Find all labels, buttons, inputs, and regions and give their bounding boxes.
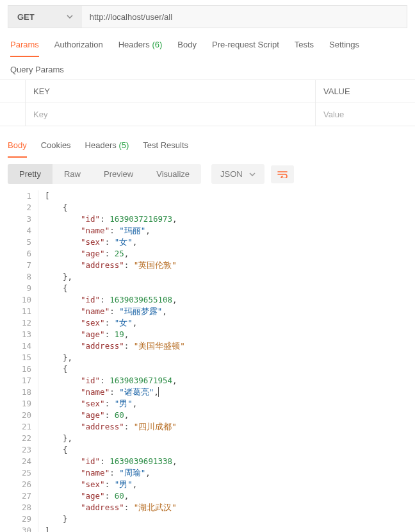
request-bar: GET http://localhost/user/all: [8, 5, 407, 28]
view-modes: Pretty Raw Preview Visualize: [8, 164, 201, 184]
response-tabs: Body Cookies Headers (5) Test Results: [0, 126, 415, 158]
query-params-heading: Query Params: [0, 57, 415, 79]
wrap-lines-button[interactable]: [271, 165, 294, 183]
chevron-down-icon: [249, 172, 256, 176]
method-select[interactable]: GET: [8, 6, 82, 28]
tab-params[interactable]: Params: [10, 40, 39, 57]
params-table: KEY VALUE Key Value: [0, 79, 415, 126]
view-pretty[interactable]: Pretty: [8, 164, 53, 184]
url-text: http://localhost/user/all: [90, 12, 172, 22]
view-visualize[interactable]: Visualize: [145, 164, 201, 184]
format-select[interactable]: JSON: [211, 164, 264, 184]
params-row-check[interactable]: [0, 103, 26, 126]
response-body[interactable]: 1234567891011121314151617181920212223242…: [8, 190, 407, 532]
tab-auth[interactable]: Authorization: [54, 40, 103, 57]
params-select-all[interactable]: [0, 80, 26, 103]
tab-settings[interactable]: Settings: [329, 40, 359, 57]
line-numbers: 1234567891011121314151617181920212223242…: [8, 190, 38, 532]
resp-tab-body[interactable]: Body: [8, 140, 27, 158]
tab-tests[interactable]: Tests: [295, 40, 314, 57]
param-key-input[interactable]: Key: [26, 103, 316, 126]
resp-tab-cookies[interactable]: Cookies: [41, 140, 71, 158]
request-tabs: Params Authorization Headers (6) Body Pr…: [0, 28, 415, 57]
params-header-row: KEY VALUE: [0, 80, 415, 103]
tab-prerequest[interactable]: Pre-request Script: [212, 40, 279, 57]
column-value: VALUE: [316, 80, 415, 103]
chevron-down-icon: [67, 15, 73, 19]
tab-body[interactable]: Body: [177, 40, 197, 57]
tab-headers[interactable]: Headers (6): [118, 40, 163, 57]
json-source[interactable]: [{"id": 1639037216973,"name": "玛丽","sex"…: [38, 190, 185, 532]
resp-tab-headers[interactable]: Headers (5): [85, 140, 129, 158]
format-label: JSON: [220, 169, 243, 179]
wrap-icon: [277, 170, 288, 178]
url-input[interactable]: http://localhost/user/all: [82, 6, 407, 28]
view-controls: Pretty Raw Preview Visualize JSON: [0, 158, 415, 184]
resp-tab-tests[interactable]: Test Results: [143, 140, 188, 158]
view-raw[interactable]: Raw: [53, 164, 92, 184]
method-label: GET: [17, 12, 35, 22]
view-preview[interactable]: Preview: [92, 164, 145, 184]
column-key: KEY: [26, 80, 316, 103]
params-empty-row: Key Value: [0, 103, 415, 126]
param-value-input[interactable]: Value: [316, 103, 415, 126]
